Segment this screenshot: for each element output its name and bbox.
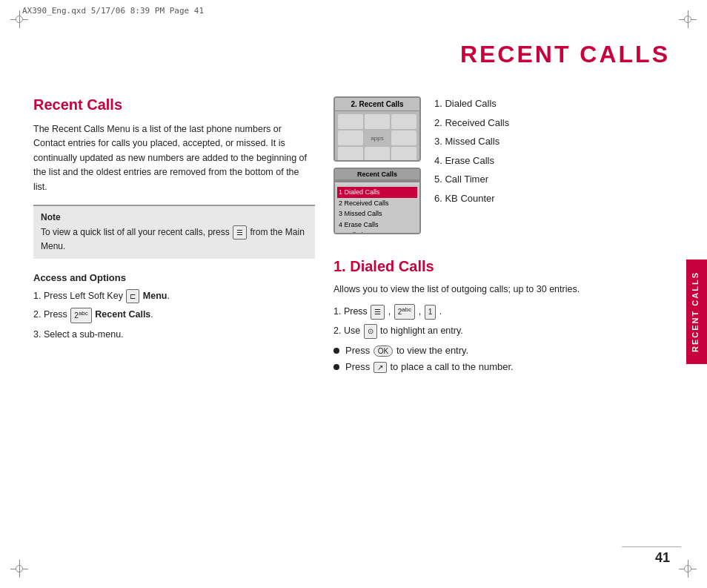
reg-mark-br — [679, 560, 697, 578]
dialed-calls-body: Allows you to view the list of outgoing … — [333, 283, 674, 297]
ok-key-icon: OK — [374, 346, 393, 357]
dialed-step-1: 1. Press ☰ , 2abc , 1 . — [333, 304, 674, 320]
access-list: 1. Press Left Soft Key ⊏ Menu. 2. Press … — [33, 289, 315, 341]
page-divider — [622, 546, 681, 547]
right-column: 2. Recent Calls apps Recent Calls — [333, 96, 674, 377]
access-step-3: 3. Select a sub-menu. — [33, 328, 315, 342]
grid-cell-9 — [391, 147, 416, 162]
menu-item-3: 3. Missed Calls — [434, 134, 509, 149]
list-item-2: 2 Received Calls — [337, 198, 417, 209]
soft-key-icon: ⊏ — [126, 289, 139, 303]
access-step-1: 1. Press Left Soft Key ⊏ Menu. — [33, 289, 315, 303]
nav-key-icon: ⊙ — [364, 324, 377, 339]
body-paragraph: The Recent Calls Menu is a list of the l… — [33, 122, 315, 194]
bullet-dot-1 — [333, 348, 339, 354]
section-title-left: Recent Calls — [33, 96, 315, 113]
file-header: AX390_Eng.qxd 5/17/06 8:39 PM Page 41 — [22, 6, 204, 16]
phone-screen-1-grid: apps — [335, 111, 419, 162]
left-column: Recent Calls The Recent Calls Menu is a … — [33, 96, 315, 346]
list-item-4: 4 Erase Calls — [337, 219, 417, 231]
menu-item-5: 5. Call Timer — [434, 172, 509, 187]
menu-list: 1. Dialed Calls 2. Received Calls 3. Mis… — [434, 96, 509, 245]
list-item-1: 1 Dialed Calls — [337, 187, 417, 198]
menu-item-2: 2. Received Calls — [434, 116, 509, 131]
page-number: 41 — [655, 550, 670, 566]
page-title: RECENT CALLS — [460, 41, 670, 68]
grid-cell-6 — [391, 131, 416, 145]
grid-cell-4 — [338, 131, 363, 145]
phone-screen-2-list: 1 Dialed Calls 2 Received Calls 3 Missed… — [335, 185, 419, 234]
dialed-calls-title: 1. Dialed Calls — [333, 258, 674, 275]
access-title: Access and Options — [33, 272, 315, 283]
press-key-2abc: 2abc — [394, 304, 415, 320]
grid-cell-7 — [338, 147, 363, 162]
menu-key-icon: ☰ — [233, 225, 247, 240]
phone-screen-1: 2. Recent Calls apps — [333, 96, 421, 162]
phone-screen-1-header: 2. Recent Calls — [335, 98, 419, 111]
phone-screen-2: Recent Calls 1 Dialed Calls 2 Received C… — [333, 168, 421, 234]
menu-item-6: 6. KB Counter — [434, 191, 509, 206]
dialed-bullet-1-text: Press OK to view the entry. — [345, 345, 468, 357]
menu-item-1: 1. Dialed Calls — [434, 96, 509, 111]
press-key-menu: ☰ — [371, 305, 385, 320]
access-step-2: 2. Press 2abc Recent Calls. — [33, 308, 315, 323]
list-item-5: 5 Call Timer — [337, 230, 417, 234]
grid-cell-8 — [365, 147, 390, 162]
grid-cell-5: apps — [365, 131, 390, 145]
note-box: Note To view a quick list of all your re… — [33, 205, 315, 259]
images-and-menu: 2. Recent Calls apps Recent Calls — [333, 96, 674, 245]
menu-item-4: 4. Erase Calls — [434, 153, 509, 168]
bullet-dot-2 — [333, 364, 339, 370]
dialed-bullet-1: Press OK to view the entry. — [333, 345, 674, 357]
dialed-step-2: 2. Use ⊙ to highlight an entry. — [333, 324, 674, 339]
reg-mark-tr — [679, 10, 697, 28]
note-label: Note — [41, 212, 308, 222]
note-text: To view a quick list of all your recent … — [41, 225, 308, 253]
call-key-icon: ↗ — [374, 362, 387, 373]
dialed-calls-section: 1. Dialed Calls Allows you to view the l… — [333, 258, 674, 373]
side-tab: RECENT CALLS — [686, 260, 707, 364]
key-2abc: 2abc — [70, 308, 91, 323]
phone-screen-2-header: Recent Calls — [335, 169, 419, 179]
dialed-bullet-2-text: Press ↗ to place a call to the number. — [345, 361, 514, 373]
grid-cell-3 — [391, 114, 416, 129]
phone-images: 2. Recent Calls apps Recent Calls — [333, 96, 421, 234]
grid-cell-1 — [338, 114, 363, 129]
scroll-bar — [335, 179, 419, 182]
list-item-3: 3 Missed Calls — [337, 208, 417, 219]
dialed-bullet-2: Press ↗ to place a call to the number. — [333, 361, 674, 373]
grid-cell-2 — [365, 114, 390, 129]
reg-mark-bl — [10, 560, 28, 578]
dialed-steps-list: 1. Press ☰ , 2abc , 1 . 2. Use ⊙ to high… — [333, 304, 674, 338]
dialed-bullets-container: Press OK to view the entry. Press ↗ to p… — [333, 345, 674, 373]
press-key-1: 1 — [425, 305, 437, 320]
